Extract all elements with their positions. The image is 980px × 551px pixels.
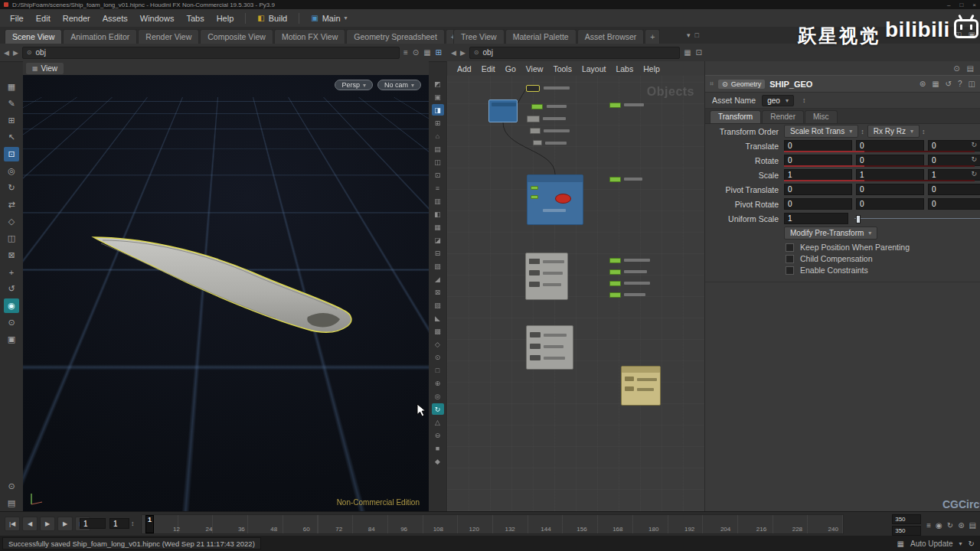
viewport-option-icon[interactable]: ⊙ — [432, 351, 444, 363]
network-path-field[interactable]: ⊙ obj — [469, 47, 680, 59]
pane-tab-motion-fx-view[interactable]: Motion FX View — [274, 29, 345, 44]
viewport-option-icon[interactable]: ◩ — [432, 78, 444, 90]
options-icon[interactable]: ⊡ — [696, 48, 702, 57]
revert-icon[interactable]: ↻ — [971, 155, 977, 163]
network-menu-edit[interactable]: Edit — [477, 63, 500, 75]
value-ladder[interactable] — [784, 151, 975, 152]
pane-tab-animation-editor[interactable]: Animation Editor — [63, 29, 137, 44]
revert-icon[interactable]: ↻ — [971, 141, 977, 148]
viewport-option-icon[interactable]: ▦ — [432, 221, 444, 233]
pane-maximize-icon[interactable]: □ — [695, 31, 699, 39]
network-node-grey[interactable] — [530, 128, 541, 134]
viewport-option-icon[interactable]: ▧ — [432, 260, 444, 272]
camera-selector[interactable]: No cam ▾ — [377, 80, 421, 90]
projection-selector[interactable]: Persp ▾ — [335, 80, 373, 90]
param-field[interactable]: 0 — [784, 184, 852, 195]
tool-icon[interactable]: ⊡ — [4, 147, 19, 161]
network-menu-go[interactable]: Go — [501, 63, 521, 75]
pane-link-icon[interactable]: ⊞ — [436, 48, 442, 57]
param-field[interactable]: 0 — [784, 140, 852, 152]
ship-model[interactable] — [23, 75, 429, 511]
forward-icon[interactable]: ▶ — [460, 49, 466, 57]
tool-icon[interactable]: ⊙ — [4, 315, 19, 330]
viewport-option-icon[interactable]: ◨ — [432, 104, 444, 116]
tool-icon[interactable]: ↻ — [4, 181, 19, 195]
network-node-green[interactable] — [531, 104, 543, 109]
maximize-icon[interactable]: □ — [959, 2, 963, 8]
spreadsheet-icon[interactable]: ▤ — [967, 64, 974, 73]
tool-icon[interactable]: ↖ — [4, 130, 19, 145]
viewport-option-icon[interactable]: ◇ — [432, 338, 444, 350]
network-menu-labs[interactable]: Labs — [611, 63, 638, 75]
viewport-option-icon[interactable]: ⊕ — [432, 377, 444, 389]
display-options-icon[interactable]: ⊙ — [4, 479, 19, 494]
viewport-option-icon[interactable]: ⊠ — [432, 286, 444, 298]
network-menu-tools[interactable]: Tools — [548, 63, 577, 75]
revert-icon[interactable]: ↺ — [946, 80, 952, 88]
minimize-icon[interactable]: – — [947, 2, 950, 8]
tool-icon[interactable]: ◇ — [4, 214, 19, 229]
tab-render[interactable]: Render — [762, 110, 804, 123]
param-field[interactable]: 1 — [856, 169, 924, 181]
viewport-option-icon[interactable]: ⌂ — [432, 130, 444, 142]
tool-icon[interactable]: ◎ — [4, 164, 19, 178]
pane-tab-scene-view[interactable]: Scene View — [5, 29, 62, 44]
network-menu-view[interactable]: View — [521, 63, 548, 75]
range-start-field[interactable]: 350 — [892, 514, 921, 524]
param-field[interactable]: 0 — [856, 184, 924, 195]
menu-render[interactable]: Render — [57, 11, 96, 25]
pane-menu-icon[interactable]: ▾ — [687, 31, 691, 39]
network-menu-layout[interactable]: Layout — [577, 63, 611, 75]
menu-edit[interactable]: Edit — [30, 11, 57, 25]
pane-tab-render-view[interactable]: Render View — [138, 29, 199, 44]
network-menu-add[interactable]: Add — [452, 63, 476, 75]
network-node-grey[interactable] — [533, 140, 542, 145]
param-field[interactable]: 0 — [928, 198, 980, 210]
forward-icon[interactable]: ▶ — [13, 49, 18, 57]
uniform-scale-slider[interactable] — [854, 218, 980, 219]
viewport-option-icon[interactable]: ◫ — [432, 156, 444, 168]
node-name[interactable]: SHIP_GEO — [769, 80, 812, 89]
viewport-option-icon[interactable]: ◣ — [432, 312, 444, 324]
scene-path-field[interactable]: ⊙ obj — [22, 47, 400, 59]
pane-tab-material-palette[interactable]: Material Palette — [505, 29, 577, 44]
value-ladder[interactable] — [784, 165, 975, 167]
back-icon[interactable]: ◀ — [451, 49, 456, 57]
search-icon[interactable]: ⊙ — [953, 64, 959, 73]
network-node-blue-1[interactable] — [488, 99, 518, 122]
viewport-option-icon[interactable]: ◆ — [432, 455, 444, 467]
slider-handle[interactable] — [856, 215, 861, 223]
viewport-option-icon[interactable]: ↻ — [432, 403, 444, 415]
viewport-option-icon[interactable]: ◢ — [432, 273, 444, 285]
viewport-option-icon[interactable]: ▨ — [432, 299, 444, 311]
asset-name-field[interactable]: geo ▾ — [762, 95, 794, 106]
network-node-subnet-2[interactable] — [526, 325, 573, 370]
param-field[interactable]: 0 — [928, 184, 980, 195]
modify-pretransform-menu[interactable]: Modify Pre-Transform ▾ — [784, 227, 877, 240]
menu-assets[interactable]: Assets — [96, 11, 134, 25]
viewport-option-icon[interactable]: ⊖ — [432, 429, 444, 441]
param-field[interactable]: 0 — [856, 155, 924, 166]
menu-tabs[interactable]: Tabs — [180, 11, 210, 25]
playbar-option-icon[interactable]: ⊛ — [958, 521, 964, 530]
stepper-icon[interactable]: ↕ — [131, 520, 135, 527]
tool-icon[interactable]: ◫ — [4, 231, 19, 246]
playbar-option-icon[interactable]: ▤ — [969, 521, 976, 530]
viewport-option-icon[interactable]: ▥ — [432, 195, 444, 207]
network-node-green[interactable] — [609, 177, 621, 182]
pane-tab-tree-view[interactable]: Tree View — [453, 29, 505, 44]
viewport-option-icon[interactable]: ▣ — [432, 91, 444, 103]
tool-icon[interactable]: ◉ — [4, 298, 19, 313]
stepper-icon[interactable]: ↕ — [802, 96, 806, 104]
playhead[interactable]: 1 — [145, 515, 154, 533]
range-end-field[interactable]: 350 — [892, 526, 921, 536]
viewport-option-icon[interactable]: □ — [432, 364, 444, 376]
viewport-option-icon[interactable]: ⊡ — [432, 169, 444, 181]
pane-tab-composite-view[interactable]: Composite View — [200, 29, 273, 44]
viewport-option-icon[interactable]: ▤ — [432, 143, 444, 155]
param-field[interactable]: 0 — [856, 198, 924, 210]
tool-icon[interactable]: ⊠ — [4, 248, 19, 262]
grid-icon[interactable]: ▦ — [423, 48, 430, 57]
network-node-green[interactable] — [609, 292, 621, 298]
menu-file[interactable]: File — [4, 11, 30, 25]
